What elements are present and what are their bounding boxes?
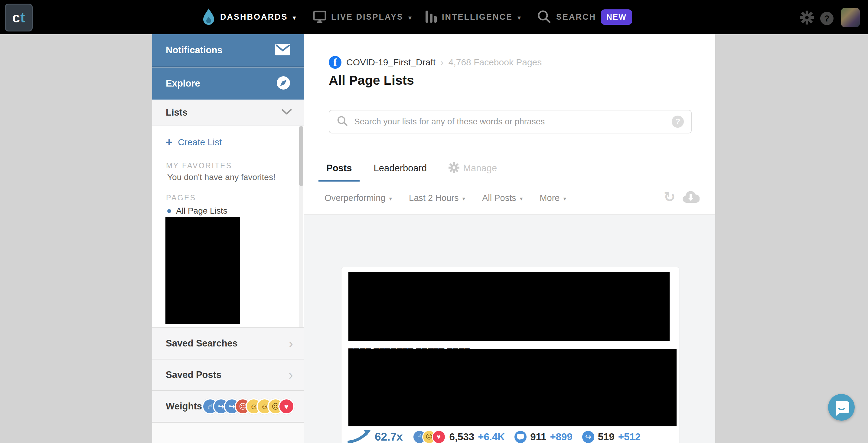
create-list-button[interactable]: + Create List xyxy=(166,137,222,148)
filter-label: All Posts xyxy=(482,193,516,203)
sidebar-item-all-page-lists[interactable]: All Page Lists xyxy=(167,206,227,216)
monitor-icon xyxy=(313,10,326,25)
chevron-down-icon: ▾ xyxy=(408,14,412,22)
envelope-icon xyxy=(275,44,290,57)
love-reaction-icon: ♥ xyxy=(432,430,446,443)
create-list-label: Create List xyxy=(178,137,222,147)
chevron-down-icon: ▾ xyxy=(293,14,296,22)
notifications-label: Notifications xyxy=(166,45,223,56)
sidebar-item-saved-searches[interactable]: Saved Searches › xyxy=(152,327,304,359)
tab-posts-label: Posts xyxy=(326,163,352,174)
love-reaction-icon: ♥ xyxy=(278,398,294,415)
bullet-icon xyxy=(167,209,171,213)
top-navigation-bar: ct DASHBOARDS ▾ LIVE DISPLAYS ▾ INTELLIG… xyxy=(0,0,868,34)
filter-bar: Overperforming ▾ Last 2 Hours ▾ All Post… xyxy=(304,182,715,215)
caret-down-icon: ▾ xyxy=(462,195,465,202)
list-search-box: ? xyxy=(329,110,692,134)
tab-manage[interactable]: Manage xyxy=(441,155,505,182)
sidebar-footer xyxy=(152,422,304,443)
filter-label: Overperforming xyxy=(324,193,385,203)
pages-heading: PAGES xyxy=(166,194,196,202)
favorites-empty-text: You don't have any favorites! xyxy=(167,173,276,182)
user-avatar[interactable] xyxy=(841,8,860,27)
post-card[interactable]: ▁▁▁▁ ▁▁▁▁▁▁▁ ▁▁▁▁▁ ▁▁▁▁ 62.7x ☝ ☹ ♥ xyxy=(341,267,679,443)
cloud-download-icon[interactable] xyxy=(682,190,700,205)
crowdtangle-app: ct DASHBOARDS ▾ LIVE DISPLAYS ▾ INTELLIG… xyxy=(0,0,868,443)
sidebar-scrollbar[interactable] xyxy=(299,126,303,327)
nav-dashboards-label: DASHBOARDS xyxy=(220,12,288,22)
logo-letter-c: c xyxy=(12,9,21,26)
settings-gear-icon[interactable] xyxy=(800,10,814,26)
redacted-post-media xyxy=(348,349,677,426)
breadcrumb-page-count: 4,768 Facebook Pages xyxy=(448,57,542,67)
post-stats-row: 62.7x ☝ ☹ ♥ 6,533 +6.4K 911 xyxy=(347,429,646,443)
nav-live-displays[interactable]: LIVE DISPLAYS ▾ xyxy=(313,0,412,34)
weights-label: Weights xyxy=(166,401,202,412)
tab-leaderboard[interactable]: Leaderboard xyxy=(366,155,435,182)
caret-down-icon: ▾ xyxy=(563,195,566,202)
help-icon[interactable]: ? xyxy=(820,12,834,25)
lists-panel: + Create List MY FAVORITES You don't hav… xyxy=(152,126,304,327)
saved-searches-label: Saved Searches xyxy=(166,338,238,349)
chat-bubble-icon xyxy=(828,394,855,421)
filter-more[interactable]: More ▾ xyxy=(539,193,566,203)
logo-letter-t: t xyxy=(20,9,25,26)
filter-sort-overperforming[interactable]: Overperforming ▾ xyxy=(324,193,392,203)
shares-stat: ↪ 519 +512 xyxy=(582,431,641,443)
saved-posts-label: Saved Posts xyxy=(166,370,221,380)
nav-intelligence[interactable]: INTELLIGENCE ▾ xyxy=(425,0,521,34)
caret-down-icon: ▾ xyxy=(520,195,523,202)
crowdtangle-logo[interactable]: ct xyxy=(5,4,33,31)
caret-down-icon: ▾ xyxy=(389,195,392,202)
my-favorites-heading: MY FAVORITES xyxy=(166,161,232,170)
new-badge: NEW xyxy=(601,9,632,25)
redacted-region xyxy=(165,217,240,324)
chevron-down-icon: ▾ xyxy=(518,14,521,22)
search-input[interactable] xyxy=(353,117,666,127)
sidebar-section-lists[interactable]: Lists xyxy=(152,99,304,126)
sidebar-item-notifications[interactable]: Notifications xyxy=(152,34,304,67)
reaction-icons: ☝ ☹ ♥ xyxy=(412,430,446,443)
filter-label: Last 2 Hours xyxy=(409,193,459,203)
main-content: f COVID-19_First_Draft › 4,768 Facebook … xyxy=(304,34,715,443)
comment-icon xyxy=(515,431,527,443)
sidebar-scrollbar-thumb[interactable] xyxy=(299,126,303,186)
filter-post-type[interactable]: All Posts ▾ xyxy=(482,193,523,203)
sidebar-item-explore[interactable]: Explore xyxy=(152,67,304,99)
reactions-count: 6,533 xyxy=(450,431,474,443)
question-mark-glyph: ? xyxy=(824,13,830,24)
content-header: f COVID-19_First_Draft › 4,768 Facebook … xyxy=(304,34,715,213)
flame-icon xyxy=(202,8,215,27)
compass-icon xyxy=(276,76,290,91)
shares-delta: +512 xyxy=(618,431,641,443)
tab-posts[interactable]: Posts xyxy=(318,155,360,182)
sidebar-item-weights[interactable]: Weights ☝ ↪ ↪ ☹ ☺ ☺ ☹ ♥ xyxy=(152,390,304,422)
nav-live-displays-label: LIVE DISPLAYS xyxy=(331,12,403,22)
overperforming-score: 62.7x xyxy=(347,429,403,443)
nav-intelligence-label: INTELLIGENCE xyxy=(442,12,513,22)
redacted-post-header xyxy=(348,272,670,341)
bar-chart-icon xyxy=(425,9,437,25)
refresh-icon[interactable]: ↻ xyxy=(663,189,675,205)
reactions-stat: ☝ ☹ ♥ 6,533 +6.4K xyxy=(412,430,505,443)
explore-label: Explore xyxy=(166,78,200,89)
posts-feed: ▁▁▁▁ ▁▁▁▁▁▁▁ ▁▁▁▁▁ ▁▁▁▁ 62.7x ☝ ☹ ♥ xyxy=(304,247,715,443)
support-chat-button[interactable] xyxy=(828,394,855,421)
facebook-icon: f xyxy=(329,56,341,69)
filter-timeframe[interactable]: Last 2 Hours ▾ xyxy=(409,193,465,203)
tab-leaderboard-label: Leaderboard xyxy=(373,163,427,174)
plus-icon: + xyxy=(166,137,173,148)
sidebar-item-saved-posts[interactable]: Saved Posts › xyxy=(152,359,304,390)
tab-manage-label: Manage xyxy=(463,163,497,174)
sidebar: Notifications Explore Lists + Create Lis… xyxy=(152,34,304,443)
caption-fragment: ▁▁▁▁ ▁▁▁▁▁▁▁ ▁▁▁▁▁ ▁▁▁▁ xyxy=(348,341,470,349)
search-help-icon[interactable]: ? xyxy=(672,116,684,128)
nav-dashboards[interactable]: DASHBOARDS ▾ xyxy=(202,0,296,34)
nav-search-label: SEARCH xyxy=(556,12,596,22)
lists-label: Lists xyxy=(166,107,187,118)
nav-search[interactable]: SEARCH NEW xyxy=(537,0,632,34)
comments-stat: 911 +899 xyxy=(515,431,572,443)
chevron-down-icon xyxy=(282,109,292,116)
page-title: All Page Lists xyxy=(329,73,414,88)
breadcrumb-dashboard-name[interactable]: COVID-19_First_Draft xyxy=(346,57,435,67)
